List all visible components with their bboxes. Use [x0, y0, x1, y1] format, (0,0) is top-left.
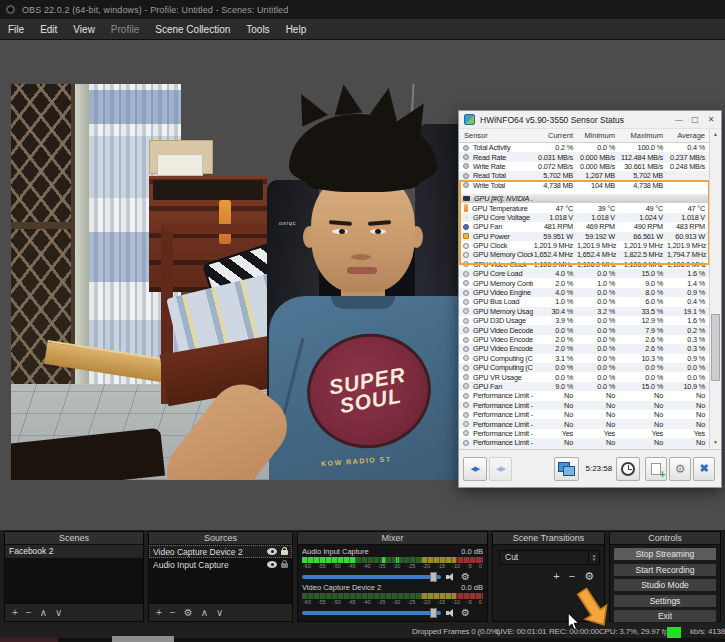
- settings-button[interactable]: Settings: [613, 594, 717, 608]
- blue-x-icon: ✖: [699, 463, 708, 474]
- sensor-row[interactable]: GPU Video Engine L...4.0 %0.0 %8.0 %0.9 …: [459, 288, 721, 297]
- sensor-row[interactable]: Write Rate0.072 MB/s0.000 MB/s30.661 MB/…: [459, 162, 721, 171]
- menu-tools[interactable]: Tools: [246, 24, 269, 35]
- scroll-down-icon[interactable]: ▼: [710, 437, 721, 448]
- transition-select[interactable]: Cut ▲▼: [499, 550, 600, 565]
- hwinfo-window[interactable]: HWiNFO64 v5.90-3550 Sensor Status — ▢ ✕ …: [458, 110, 722, 488]
- sensor-row[interactable]: GPU Memory Clock1,652.4 MHz1,652.4 MHz1,…: [459, 250, 721, 259]
- load-icon: [463, 280, 469, 286]
- source-item[interactable]: Audio Input Capture: [149, 558, 292, 571]
- lock-icon[interactable]: [281, 550, 288, 555]
- visibility-eye-icon[interactable]: [267, 561, 277, 568]
- sensor-group-row[interactable]: GPU [#0]: NVIDIA ...: [459, 194, 721, 203]
- sensor-row[interactable]: GPU Temperature47 °C39 °C49 °C47 °C: [459, 203, 721, 212]
- maximize-button[interactable]: ▢: [687, 113, 703, 127]
- sensor-table-header[interactable]: Sensor Current Minimum Maximum Average: [459, 129, 721, 143]
- sensor-row[interactable]: GPU Video Decode ...0.0 %0.0 %7.9 %0.2 %: [459, 325, 721, 334]
- sensor-row[interactable]: GPU Computing (Co...3.1 %0.0 %10.3 %0.9 …: [459, 354, 721, 363]
- sensor-row[interactable]: GPU Memory Usage30.4 %3.2 %33.5 %19.1 %: [459, 307, 721, 316]
- sensor-row[interactable]: GPU Core Load4.0 %0.0 %15.0 %1.6 %: [459, 269, 721, 278]
- sensor-row[interactable]: GPU Fan9.0 %0.0 %15.0 %10.9 %: [459, 382, 721, 391]
- lock-icon[interactable]: [281, 563, 288, 568]
- sensor-scrollbar[interactable]: ▲ ▼: [709, 129, 721, 448]
- combo-spinner-icon[interactable]: ▲▼: [588, 551, 599, 564]
- sensor-row[interactable]: Performance Limit - ...NoNoNoNo: [459, 391, 721, 400]
- sensor-row[interactable]: GPU Video Encode ...2.0 %0.0 %2.6 %0.3 %: [459, 335, 721, 344]
- channel-gear-icon[interactable]: ⚙: [461, 572, 470, 582]
- sensor-row[interactable]: GPU Bus Load1.0 %0.0 %6.0 %0.4 %: [459, 297, 721, 306]
- sensor-row[interactable]: Performance Limit - ...NoNoNoNo: [459, 410, 721, 419]
- volume-slider[interactable]: [302, 575, 441, 579]
- sensor-row[interactable]: GPU Video Clock1,106.0 MHz1,106.0 MHz1,1…: [459, 260, 721, 269]
- remove-scene-button[interactable]: −: [26, 607, 32, 618]
- sensor-average: 0.4 %: [667, 143, 709, 152]
- sensor-minimum: No: [577, 391, 619, 400]
- sensor-row[interactable]: Read Total5,702 MB1,267 MB5,702 MB: [459, 171, 721, 180]
- scene-item[interactable]: Facebook 2: [5, 545, 143, 558]
- speaker-icon[interactable]: [446, 573, 456, 582]
- close-button[interactable]: ✕: [703, 113, 719, 127]
- sensor-row[interactable]: Performance Limit - ...NoNoNoNo: [459, 419, 721, 428]
- report-button[interactable]: [645, 457, 667, 481]
- clock-button[interactable]: [616, 457, 640, 481]
- sensor-row[interactable]: Read Rate0.031 MB/s0.000 MB/s112.484 MB/…: [459, 152, 721, 161]
- move-source-down-button[interactable]: ∨: [216, 607, 223, 618]
- visibility-eye-icon[interactable]: [267, 548, 277, 555]
- menu-view[interactable]: View: [73, 24, 95, 35]
- sensor-row[interactable]: GPU Clock1,201.9 MHz1,201.9 MHz1,201.9 M…: [459, 241, 721, 250]
- start-recording-button[interactable]: Start Recording: [613, 563, 717, 577]
- menu-scene-collection[interactable]: Scene Collection: [155, 24, 230, 35]
- add-scene-button[interactable]: +: [12, 607, 18, 618]
- remove-source-button[interactable]: −: [170, 607, 176, 618]
- sensor-row[interactable]: GPU VR Usage0.0 %0.0 %0.0 %0.0 %: [459, 372, 721, 381]
- scrollbar-thumb[interactable]: [711, 314, 720, 381]
- sensor-row[interactable]: GPU Power59.951 W59.192 W66.561 W60.913 …: [459, 232, 721, 241]
- menu-profile[interactable]: Profile: [111, 24, 139, 35]
- sensor-row[interactable]: GPU Core Voltage1.018 V1.018 V1.024 V1.0…: [459, 213, 721, 222]
- speaker-icon[interactable]: [446, 609, 456, 618]
- sensor-row[interactable]: Performance Limit - ...YesYesYesYes: [459, 429, 721, 438]
- scroll-up-icon[interactable]: ▲: [710, 129, 721, 140]
- close-sensors-button[interactable]: ✖: [693, 457, 715, 481]
- volume-slider-handle[interactable]: [430, 572, 437, 582]
- sensor-average: 0.4 %: [667, 297, 709, 306]
- titlebar[interactable]: OBS 22.0.2 (64-bit, windows) - Profile: …: [0, 0, 725, 19]
- source-item[interactable]: Video Capture Device 2: [149, 545, 292, 558]
- sensor-row[interactable]: Performance Limit - ...NoNoNoNo: [459, 438, 721, 447]
- sensor-row[interactable]: GPU Memory Contr...2.0 %1.0 %9.0 %1.4 %: [459, 278, 721, 287]
- remote-monitor-button[interactable]: [554, 457, 579, 481]
- hwinfo-titlebar[interactable]: HWiNFO64 v5.90-3550 Sensor Status — ▢ ✕: [459, 111, 721, 129]
- channel-gear-icon[interactable]: ⚙: [461, 608, 470, 618]
- sensor-maximum: 4,738 MB: [619, 181, 667, 190]
- remove-transition-button[interactable]: −: [569, 570, 575, 583]
- sensor-row[interactable]: Write Total4,738 MB104 MB4,738 MB: [459, 181, 721, 190]
- add-transition-button[interactable]: +: [553, 570, 559, 583]
- volume-slider[interactable]: [302, 611, 441, 615]
- sensor-row[interactable]: GPU Fan481 RPM469 RPM490 RPM483 RPM: [459, 222, 721, 231]
- nav-arrows-button[interactable]: ◀▶: [463, 457, 487, 481]
- minimize-button[interactable]: —: [671, 113, 687, 127]
- move-scene-up-button[interactable]: ∧: [40, 607, 47, 618]
- move-scene-down-button[interactable]: ∨: [55, 607, 62, 618]
- sensor-row[interactable]: Total Activity0.2 %0.0 %100.0 %0.4 %: [459, 143, 721, 152]
- transition-properties-button[interactable]: ⚙: [584, 570, 594, 583]
- sensor-row[interactable]: GPU D3D Usage3.9 %0.0 %12.9 %1.6 %: [459, 316, 721, 325]
- exit-button[interactable]: Exit: [613, 609, 717, 623]
- nav-arrows-button-disabled[interactable]: ◀▶: [489, 457, 513, 481]
- menu-file[interactable]: File: [8, 24, 24, 35]
- volume-slider-handle[interactable]: [430, 608, 437, 618]
- sensor-row[interactable]: GPU Computing (Co...0.0 %0.0 %0.0 %0.0 %: [459, 363, 721, 372]
- sensor-minimum: No: [577, 438, 619, 447]
- move-source-up-button[interactable]: ∧: [201, 607, 208, 618]
- menu-edit[interactable]: Edit: [40, 24, 57, 35]
- sensor-row[interactable]: Performance Limit - ...NoNoNoNo: [459, 401, 721, 410]
- monitors-icon: [558, 462, 575, 476]
- stop-streaming-button[interactable]: Stop Streaming: [613, 547, 717, 561]
- sensor-row[interactable]: GPU Video Encode ...2.0 %0.0 %2.6 %0.3 %: [459, 344, 721, 353]
- sensor-label: Performance Limit - ...: [471, 429, 533, 438]
- source-properties-button[interactable]: ⚙: [184, 607, 193, 618]
- menu-help[interactable]: Help: [286, 24, 307, 35]
- settings-button[interactable]: ⚙: [669, 457, 691, 481]
- add-source-button[interactable]: +: [156, 607, 162, 618]
- studio-mode-button[interactable]: Studio Mode: [613, 578, 717, 592]
